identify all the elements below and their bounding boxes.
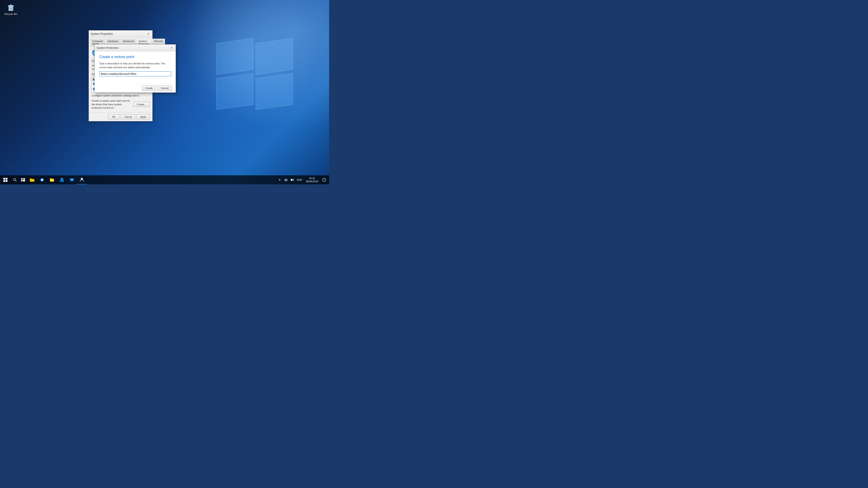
system-protection-titlebar: System Protection ✕ [95, 44, 176, 51]
svg-rect-27 [52, 180, 54, 181]
svg-rect-14 [3, 180, 5, 182]
file-manager-icon [50, 178, 54, 182]
desktop: ♻ Recycle Bin System Properties ✕ Comput… [0, 0, 329, 184]
create-button[interactable]: Create... [133, 102, 150, 107]
svg-rect-26 [51, 180, 52, 181]
svg-point-31 [286, 181, 286, 182]
apply-button[interactable]: Apply [136, 114, 150, 119]
svg-point-16 [13, 178, 16, 181]
config-text: Configure system protection settings and… [92, 94, 150, 97]
svg-rect-19 [23, 178, 25, 180]
volume-icon[interactable] [289, 175, 295, 184]
language-indicator[interactable]: ENG [296, 175, 303, 184]
svg-rect-28 [60, 179, 64, 182]
sp-create-button[interactable]: Create [142, 86, 156, 91]
task-view-icon [21, 178, 25, 182]
svg-rect-15 [6, 180, 7, 182]
recycle-bin-svg: ♻ [6, 3, 16, 12]
volume-icon-svg [290, 178, 294, 182]
create-restore-point-heading: Create a restore point [99, 55, 171, 59]
task-view-button[interactable] [19, 175, 27, 184]
taskbar-app-mail[interactable] [67, 175, 77, 184]
recycle-bin-icon[interactable]: ♻ Recycle Bin [2, 2, 20, 16]
search-icon [13, 178, 17, 182]
svg-text:♻: ♻ [10, 8, 12, 10]
cancel-button[interactable]: Cancel [121, 114, 135, 119]
svg-point-30 [81, 178, 83, 180]
create-restore-row: Create a restore point right now for the… [92, 99, 150, 109]
recycle-bin-label: Recycle Bin [3, 13, 19, 15]
system-protection-title: System Protection [96, 46, 119, 50]
create-desc: Create a restore point right now for the… [92, 99, 131, 109]
svg-rect-25 [50, 178, 52, 179]
svg-line-17 [16, 181, 17, 182]
taskbar-app-active[interactable] [77, 175, 87, 184]
system-properties-title: System Properties [91, 32, 113, 35]
people-icon [80, 177, 84, 182]
clock-date: 06/04/2019 [306, 180, 318, 183]
svg-rect-2 [10, 5, 12, 6]
svg-rect-12 [3, 178, 5, 180]
mail-icon [70, 178, 74, 182]
system-clock[interactable]: 10:31 06/04/2019 [304, 175, 320, 184]
taskbar-app-file-manager[interactable] [47, 175, 57, 184]
start-button[interactable] [0, 175, 11, 184]
network-icon[interactable] [283, 175, 289, 184]
sp-cancel-button[interactable]: Cancel [158, 86, 172, 91]
search-button[interactable] [11, 175, 19, 184]
taskbar-app-edge[interactable] [37, 175, 47, 184]
svg-rect-23 [30, 178, 32, 180]
notification-center-button[interactable] [321, 175, 327, 184]
notification-icon [322, 178, 326, 182]
network-icon-svg [284, 178, 288, 182]
system-properties-footer: OK Cancel Apply [89, 112, 152, 121]
chevron-up-icon [278, 178, 281, 182]
svg-marker-32 [291, 178, 292, 181]
system-properties-close-button[interactable]: ✕ [146, 32, 151, 36]
svg-rect-18 [21, 178, 23, 180]
system-tray: ENG 10:31 06/04/2019 [275, 175, 329, 184]
svg-rect-20 [21, 180, 22, 182]
create-restore-point-description: Type a description to help you identify … [99, 62, 171, 69]
taskbar-app-file-explorer[interactable] [27, 175, 37, 184]
system-protection-close-button[interactable]: ✕ [169, 46, 174, 50]
file-explorer-icon [30, 178, 34, 182]
system-properties-titlebar: System Properties ✕ [89, 31, 152, 37]
taskbar-apps [27, 175, 275, 184]
edge-icon [40, 178, 44, 182]
taskbar-app-store[interactable] [57, 175, 67, 184]
windows-start-icon [3, 178, 7, 182]
svg-rect-33 [323, 178, 326, 181]
system-protection-content: Create a restore point Type a descriptio… [95, 51, 176, 84]
system-protection-dialog: System Protection ✕ Create a restore poi… [94, 44, 176, 93]
clock-time: 10:31 [309, 177, 315, 180]
ok-button[interactable]: OK [108, 114, 119, 119]
svg-rect-13 [6, 178, 7, 180]
network-show-hidden-icons[interactable] [277, 175, 282, 184]
svg-rect-21 [23, 180, 25, 182]
windows-logo-decoration [216, 41, 302, 108]
store-icon [60, 178, 64, 182]
taskbar: ENG 10:31 06/04/2019 [0, 175, 329, 184]
restore-point-name-input[interactable] [99, 71, 171, 76]
system-protection-footer: Create Cancel [95, 84, 176, 92]
